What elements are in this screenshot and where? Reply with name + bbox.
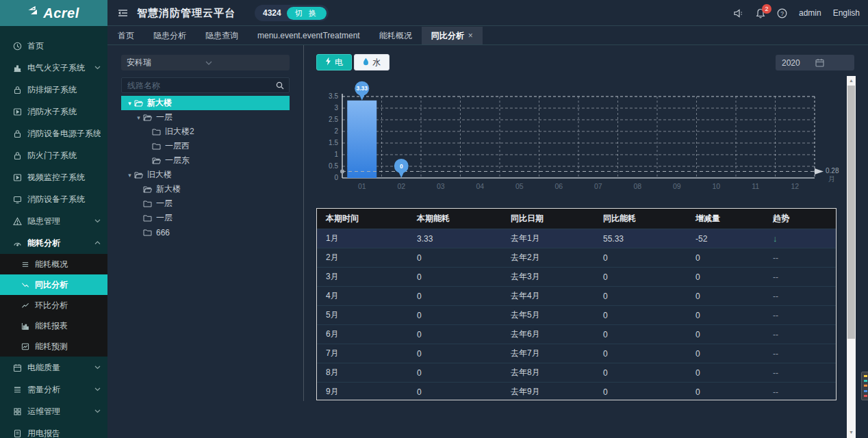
- sidebar-item[interactable]: 首页: [0, 35, 107, 57]
- table-row[interactable]: 2月0去年2月00--: [317, 248, 836, 267]
- sidebar-subitem[interactable]: 能耗报表: [0, 315, 107, 336]
- tab-active[interactable]: 同比分析×: [422, 27, 483, 44]
- language-switcher[interactable]: English: [833, 8, 860, 18]
- table-cell: 0: [408, 344, 502, 363]
- sidebar-item-label: 首页: [27, 40, 101, 52]
- page-title: 智慧消防管理云平台: [137, 7, 235, 20]
- chevron-down-icon: [94, 409, 101, 413]
- sidebar-subitem[interactable]: 能耗预测: [0, 336, 107, 357]
- table-cell: 0: [594, 268, 687, 286]
- tree-node[interactable]: ▾ 一层: [121, 110, 290, 125]
- tab-3[interactable]: menu.event.eventTreatment: [248, 27, 370, 44]
- table-row[interactable]: 3月0去年3月00--: [317, 267, 836, 286]
- speaker-icon[interactable]: [734, 9, 744, 18]
- logo[interactable]: Acrel: [0, 0, 107, 26]
- tree-node[interactable]: 一层东: [121, 153, 290, 168]
- tab-0[interactable]: 首页: [108, 27, 144, 44]
- table-row[interactable]: 5月0去年5月00--: [317, 305, 836, 324]
- yoy-bar-chart[interactable]: 00.511.522.533.5010203040506070809101112…: [316, 74, 842, 207]
- sidebar-item-label: 消防设备子系统: [27, 194, 101, 205]
- table-cell: 0: [408, 268, 502, 286]
- line-up-icon: [21, 301, 29, 309]
- tab-1[interactable]: 隐患分析: [144, 27, 196, 44]
- bar-icon: [21, 322, 29, 330]
- svg-text:01: 01: [358, 182, 366, 190]
- year-picker[interactable]: 2020: [776, 55, 854, 70]
- sidebar-item[interactable]: 电气火灾子系统: [0, 57, 107, 79]
- table-cell: 去年2月: [502, 248, 594, 267]
- tree-node[interactable]: 一层: [121, 211, 290, 225]
- sidebar-menu: 首页 电气火灾子系统 防排烟子系统 消防水子系统 消防设备电源子系统 防火门子系…: [0, 26, 107, 438]
- caret-down-icon[interactable]: ▾: [134, 114, 143, 121]
- folder-closed-icon: [152, 142, 162, 150]
- energy-toggle-electric[interactable]: 电: [316, 54, 352, 70]
- sidebar-item[interactable]: 消防水子系统: [0, 101, 107, 123]
- table-row[interactable]: 9月0去年9月00--: [317, 382, 836, 400]
- sidebar-item[interactable]: 消防设备子系统: [0, 188, 107, 210]
- sidebar-item-label: 隐患管理: [27, 216, 94, 227]
- tab-4[interactable]: 能耗概况: [370, 27, 422, 44]
- sidebar-item[interactable]: 需量分析: [0, 378, 107, 400]
- sidebar-item[interactable]: 防火门子系统: [0, 144, 107, 166]
- company-select[interactable]: 安科瑞: [121, 55, 290, 70]
- table-row[interactable]: 1月3.33去年1月55.33-52↓: [317, 229, 836, 248]
- caret-down-icon[interactable]: ▾: [125, 100, 134, 107]
- chevron-down-icon: [94, 387, 101, 391]
- table-cell: 0: [687, 344, 764, 363]
- yoy-table: 本期时间本期能耗同比日期同比能耗增减量趋势 1月3.33去年1月55.33-52…: [316, 208, 837, 400]
- svg-text:?: ?: [780, 10, 784, 16]
- tree-node[interactable]: 旧大楼2: [121, 125, 290, 139]
- table-row[interactable]: 4月0去年4月00--: [317, 286, 836, 305]
- sidebar-subitem[interactable]: 能耗概况: [0, 254, 107, 274]
- sidebar-item-label: 电能质量: [27, 362, 94, 374]
- lock-icon: [13, 86, 22, 94]
- trend-cell: --: [764, 248, 837, 267]
- switch-button[interactable]: 切 换: [287, 7, 327, 20]
- sidebar-item[interactable]: 消防设备电源子系统: [0, 123, 107, 144]
- sidebar-subitem[interactable]: 环比分析: [0, 295, 107, 315]
- tree-node[interactable]: 666: [121, 225, 290, 240]
- table-cell: 2月: [317, 248, 408, 267]
- calendar-icon: [815, 58, 849, 67]
- sidebar-item[interactable]: 隐患管理: [0, 210, 107, 232]
- scrollbar-up-arrow[interactable]: ▲: [847, 77, 856, 85]
- scrollbar-down-arrow[interactable]: ▼: [847, 428, 856, 437]
- svg-text:02: 02: [397, 182, 405, 190]
- tree-node[interactable]: 一层西: [121, 139, 290, 153]
- table-row[interactable]: 8月0去年8月00--: [317, 363, 836, 382]
- search-icon[interactable]: [271, 78, 289, 92]
- caret-down-icon[interactable]: ▾: [125, 172, 134, 179]
- tree-node[interactable]: 新大楼: [121, 182, 290, 196]
- table-cell: 0: [408, 325, 502, 344]
- sidebar-subitem[interactable]: 同比分析: [0, 274, 107, 295]
- user-menu[interactable]: admin: [799, 8, 821, 18]
- trend-none: --: [773, 349, 778, 359]
- project-switch-pill: 4324 切 换: [255, 5, 329, 21]
- sidebar-item[interactable]: 用电报告: [0, 422, 107, 438]
- sidebar-item[interactable]: 电能质量: [0, 357, 107, 378]
- tree-node-label: 一层: [156, 112, 173, 123]
- line-search-input[interactable]: [122, 78, 271, 92]
- help-icon[interactable]: ?: [777, 8, 787, 18]
- tree-node[interactable]: 一层: [121, 196, 290, 211]
- vertical-scrollbar[interactable]: ▲ ▼: [847, 76, 856, 438]
- bell-icon[interactable]: 2: [756, 8, 765, 18]
- table-row[interactable]: 6月0去年6月00--: [317, 324, 836, 344]
- warning-icon: [13, 217, 22, 226]
- tree-node[interactable]: ▾ 旧大楼: [121, 168, 290, 182]
- tree-node[interactable]: ▾ 新大楼: [121, 96, 290, 110]
- table-body: 1月3.33去年1月55.33-52↓2月0去年2月00--3月0去年3月00-…: [317, 229, 836, 400]
- scrollbar-thumb[interactable]: [847, 86, 855, 339]
- table-row[interactable]: 7月0去年7月00--: [317, 344, 836, 363]
- sidebar-item[interactable]: 运维管理: [0, 400, 107, 422]
- menu-fold-icon[interactable]: [118, 8, 128, 18]
- table-cell: 去年3月: [502, 268, 594, 286]
- sidebar-item[interactable]: 防排烟子系统: [0, 79, 107, 101]
- svg-text:0: 0: [400, 163, 403, 170]
- tab-2[interactable]: 隐患查询: [196, 27, 248, 44]
- energy-toggle-water[interactable]: 水: [354, 54, 390, 70]
- sidebar-item[interactable]: 能耗分析: [0, 232, 107, 254]
- sidebar-item[interactable]: 视频监控子系统: [0, 166, 107, 188]
- close-icon[interactable]: ×: [468, 31, 473, 40]
- trend-down-icon: ↓: [773, 233, 778, 244]
